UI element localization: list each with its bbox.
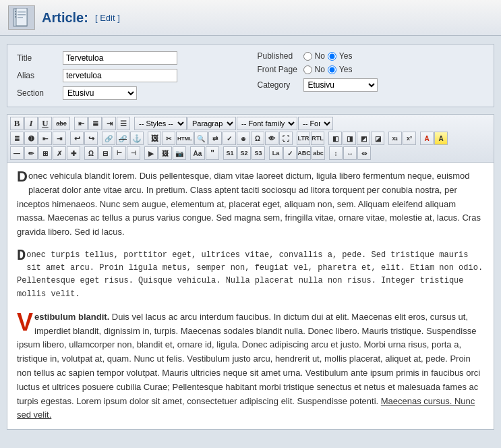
align-center-button[interactable]: ≣ xyxy=(88,117,102,130)
outdent-button[interactable]: ⇤ xyxy=(38,132,52,145)
rtl-button[interactable]: RTL xyxy=(311,132,324,145)
frontpage-yes-label: Yes xyxy=(339,65,353,74)
img2-button[interactable]: 🖼 xyxy=(158,146,172,160)
published-yes-radio[interactable] xyxy=(328,52,336,61)
dropcap-3-red: V xyxy=(17,310,33,335)
category-label: Category xyxy=(258,80,298,90)
find-button[interactable]: 🔍 xyxy=(194,132,208,145)
form-section: Title Alias Section Etusivu xyxy=(7,44,494,107)
img3-button[interactable]: 📷 xyxy=(173,146,186,160)
align-left-button[interactable]: ⇤ xyxy=(74,117,88,130)
superscript-button[interactable]: x² xyxy=(403,132,416,145)
font-color-button[interactable]: A xyxy=(420,132,434,145)
font-family-select[interactable]: -- Font family -- xyxy=(237,117,297,130)
x1-button[interactable]: ↕ xyxy=(329,146,343,160)
edit-link[interactable]: [ Edit ] xyxy=(95,13,120,23)
align-right-button[interactable]: ⇥ xyxy=(102,117,116,130)
replace-button[interactable]: ⇄ xyxy=(208,132,222,145)
hr-button[interactable]: — xyxy=(10,146,24,160)
font-size-select[interactable]: -- Font size -- xyxy=(298,117,333,130)
paragraph-1: Donec vehicula blandit lorem. Duis pelle… xyxy=(17,169,484,240)
editor-content[interactable]: Donec vehicula blandit lorem. Duis pelle… xyxy=(7,163,494,429)
title-label: Title xyxy=(17,53,57,63)
undo-button[interactable]: ↩ xyxy=(70,132,84,145)
link-button[interactable]: 🔗 xyxy=(102,132,115,145)
frontpage-label: Front Page xyxy=(258,65,298,74)
x3-button[interactable]: ⇔ xyxy=(357,146,371,160)
section-select[interactable]: Etusivu xyxy=(63,86,137,100)
underline-button[interactable]: U xyxy=(38,117,52,130)
bg-color-button[interactable]: A xyxy=(434,132,448,145)
paragraph-select[interactable]: Paragraph xyxy=(187,117,236,130)
preview-button[interactable]: 👁 xyxy=(265,132,278,145)
page-title: Article: xyxy=(42,10,88,26)
published-no-radio[interactable] xyxy=(303,52,312,61)
blk3-button[interactable]: ◩ xyxy=(357,132,370,145)
strikethrough-button[interactable]: abc xyxy=(53,117,70,130)
ltr-mark-button[interactable]: ⊢ xyxy=(113,146,126,160)
section-label: Section xyxy=(17,88,57,98)
lang-button[interactable]: La xyxy=(269,146,283,160)
del-button[interactable]: ✗ xyxy=(53,146,66,160)
blk2-button[interactable]: ◨ xyxy=(343,132,356,145)
x2-button[interactable]: ↔ xyxy=(343,146,357,160)
frontpage-yes-radio[interactable] xyxy=(328,65,336,74)
toolbar-row-2: ≣ ➊ ⇤ ⇥ ↩ ↪ 🔗 🔗 ⚓ 🖼 ✂ HTML 🔍 ⇄ xyxy=(10,132,491,145)
published-yes-label: Yes xyxy=(339,51,353,61)
page-header: Article: [ Edit ] xyxy=(0,0,501,36)
special-char-button[interactable]: Ω xyxy=(84,146,98,160)
subscript-button[interactable]: x₂ xyxy=(388,132,402,145)
published-radio-group: No Yes xyxy=(303,51,353,61)
html-button[interactable]: HTML xyxy=(176,132,194,145)
pencil-button[interactable]: ✏ xyxy=(24,146,38,160)
unordered-list-button[interactable]: ≣ xyxy=(10,132,24,145)
ltr-button[interactable]: LTR xyxy=(297,132,310,145)
cleanup-button[interactable]: ✂ xyxy=(162,132,175,145)
spell1-button[interactable]: ✓ xyxy=(223,132,236,145)
blk1-button[interactable]: ◧ xyxy=(328,132,342,145)
title-input[interactable] xyxy=(63,51,177,65)
toolbar: B I U abc ⇤ ≣ ⇥ ☰ -- Styles -- Paragraph xyxy=(7,115,494,163)
indent-button[interactable]: ⇥ xyxy=(53,132,66,145)
aa-button[interactable]: Aa xyxy=(190,146,205,160)
main-content: Title Alias Section Etusivu xyxy=(0,36,501,438)
frontpage-no-label: No xyxy=(315,65,325,74)
alias-label: Alias xyxy=(17,71,57,80)
category-select[interactable]: Etusivu xyxy=(303,78,378,92)
bold-button[interactable]: B xyxy=(10,117,24,130)
frontpage-no-radio[interactable] xyxy=(303,65,312,74)
toolbar-row-1: B I U abc ⇤ ≣ ⇥ ☰ -- Styles -- Paragraph xyxy=(10,117,491,130)
align-justify-button[interactable]: ☰ xyxy=(117,117,130,130)
styles-select[interactable]: -- Styles -- xyxy=(134,117,187,130)
spell5-button[interactable]: abc xyxy=(312,146,325,160)
toolbar-row-3: — ✏ ⊞ ✗ ✚ Ω ⊟ ⊢ ⊣ ▶ 🖼 📷 Aa " xyxy=(10,146,491,160)
anchor-button[interactable]: ⚓ xyxy=(130,132,144,145)
quote-button[interactable]: " xyxy=(206,146,219,160)
rtl-mark-button[interactable]: ⊣ xyxy=(127,146,140,160)
redo-button[interactable]: ↪ xyxy=(84,132,98,145)
published-no-label: No xyxy=(315,51,325,61)
paragraph-2: Donec turpis tellus, porttitor eget, ult… xyxy=(17,249,484,301)
style3-button[interactable]: S3 xyxy=(252,146,265,160)
spell3-button[interactable]: ✓ xyxy=(283,146,297,160)
image-button[interactable]: 🖼 xyxy=(148,132,161,145)
media-button[interactable]: ▶ xyxy=(144,146,158,160)
style2-button[interactable]: S2 xyxy=(237,146,251,160)
svg-rect-7 xyxy=(18,17,23,18)
fullscreen-button[interactable]: ⛶ xyxy=(279,132,293,145)
spell2-button[interactable]: ☻ xyxy=(237,132,250,145)
blk4-button[interactable]: ◪ xyxy=(371,132,384,145)
ins-button[interactable]: ✚ xyxy=(67,146,80,160)
pg-break-button[interactable]: ⊟ xyxy=(98,146,112,160)
page-icon xyxy=(8,5,35,30)
spell4-button[interactable]: ABC xyxy=(297,146,311,160)
italic-button[interactable]: I xyxy=(24,117,38,130)
style1-button[interactable]: S1 xyxy=(223,146,237,160)
para3-bold-intro: estibulum blandit. xyxy=(34,312,109,322)
unlink-button[interactable]: 🔗 xyxy=(116,132,129,145)
alias-input[interactable] xyxy=(63,69,177,82)
ordered-list-button[interactable]: ➊ xyxy=(24,132,38,145)
published-label: Published xyxy=(258,51,298,61)
insert-char-button[interactable]: Ω xyxy=(251,132,264,145)
table-button[interactable]: ⊞ xyxy=(38,146,52,160)
